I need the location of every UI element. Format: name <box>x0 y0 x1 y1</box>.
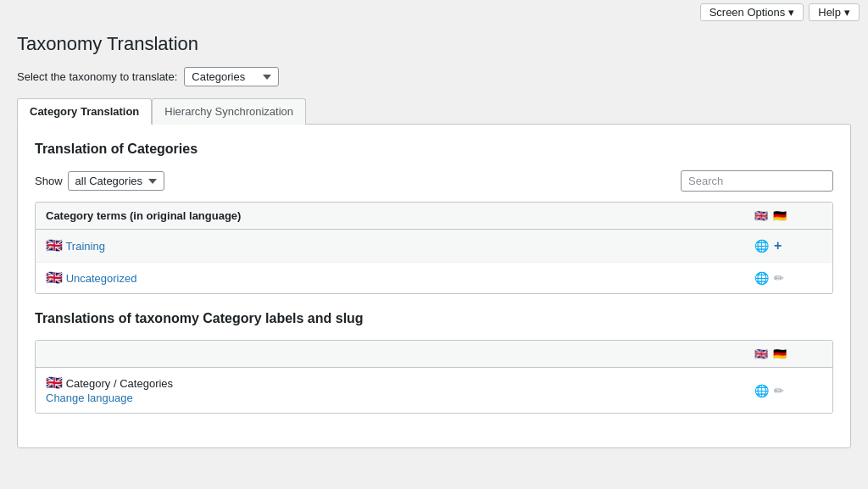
tab-category-translation-label: Category Translation <box>30 105 139 118</box>
col-actions-category-label: 🌐 ✏ <box>754 384 822 397</box>
show-label: Show <box>35 175 63 187</box>
help-chevron: ▾ <box>844 6 850 19</box>
tab-hierarchy-sync[interactable]: Hierarchy Synchronization <box>152 98 306 125</box>
show-row: Show all Categories 10 25 50 <box>35 171 164 191</box>
section1-title: Translation of Categories <box>35 142 833 157</box>
col-term-category-label: 🇬🇧 Category / Categories Change language <box>46 376 754 404</box>
section2-title: Translations of taxonomy Category labels… <box>35 311 833 326</box>
section1: Translation of Categories Show all Categ… <box>35 142 833 294</box>
taxonomy-select-label: Select the taxonomy to translate: <box>17 70 177 83</box>
link-training[interactable]: Training <box>65 240 104 253</box>
screen-options-button[interactable]: Screen Options ▾ <box>700 3 804 21</box>
page-content: Taxonomy Translation Select the taxonomy… <box>0 25 868 482</box>
screen-options-chevron: ▾ <box>788 6 794 19</box>
tab-category-translation[interactable]: Category Translation <box>17 98 152 125</box>
col-header-flags: 🇬🇧 🇩🇪 <box>754 209 822 222</box>
help-button[interactable]: Help ▾ <box>809 3 860 21</box>
page-title: Taxonomy Translation <box>17 33 851 55</box>
globe-icon-training: 🌐 <box>754 239 769 253</box>
taxonomy-select[interactable]: Categories Tags Post Formats <box>184 67 279 86</box>
tab-hierarchy-sync-label: Hierarchy Synchronization <box>164 105 293 118</box>
col-actions-training: 🌐 + <box>754 238 822 253</box>
labels-header-flags: 🇬🇧 🇩🇪 <box>754 347 822 360</box>
flag-uncategorized: 🇬🇧 <box>46 270 63 285</box>
labels-flag-de: 🇩🇪 <box>773 347 787 360</box>
top-bar: Screen Options ▾ Help ▾ <box>0 0 868 25</box>
table-row: 🇬🇧 Uncategorized 🌐 ✏ <box>36 263 832 293</box>
col-term-training: 🇬🇧 Training <box>46 239 754 253</box>
plus-icon-training[interactable]: + <box>774 238 782 253</box>
flag-training: 🇬🇧 <box>46 238 63 253</box>
edit-icon-category-label[interactable]: ✏ <box>774 384 784 397</box>
labels-table: 🇬🇧 🇩🇪 🇬🇧 Category / Categories Change la… <box>35 340 833 414</box>
col-term-uncategorized: 🇬🇧 Uncategorized <box>46 271 754 285</box>
change-language-link[interactable]: Change language <box>46 392 754 404</box>
globe-icon-uncategorized: 🌐 <box>754 271 769 285</box>
screen-options-label: Screen Options <box>709 6 786 19</box>
labels-flag-uk: 🇬🇧 <box>754 347 768 360</box>
link-uncategorized[interactable]: Uncategorized <box>66 272 137 285</box>
col-header-term: Category terms (in original language) <box>46 209 754 222</box>
table-controls: Show all Categories 10 25 50 <box>35 170 833 192</box>
tabs-container: Category Translation Hierarchy Synchroni… <box>17 98 851 125</box>
show-select[interactable]: all Categories 10 25 50 <box>68 171 164 191</box>
table-row: 🇬🇧 Category / Categories Change language… <box>36 368 832 413</box>
col-actions-uncategorized: 🌐 ✏ <box>754 271 822 285</box>
main-panel: Translation of Categories Show all Categ… <box>17 124 851 448</box>
table-row: 🇬🇧 Training 🌐 + <box>36 230 832 263</box>
categories-table-header: Category terms (in original language) 🇬🇧… <box>36 203 832 230</box>
globe-icon-category-label: 🌐 <box>754 384 769 397</box>
help-label: Help <box>818 6 841 19</box>
category-label-text: Category / Categories <box>66 377 173 390</box>
labels-table-header: 🇬🇧 🇩🇪 <box>36 341 832 368</box>
flag-uk-header: 🇬🇧 <box>754 209 768 222</box>
search-input[interactable] <box>681 170 833 192</box>
categories-table: Category terms (in original language) 🇬🇧… <box>35 202 833 294</box>
section2: Translations of taxonomy Category labels… <box>35 311 833 414</box>
flag-de-header: 🇩🇪 <box>773 209 787 222</box>
flag-category-label: 🇬🇧 <box>46 375 63 390</box>
taxonomy-select-row: Select the taxonomy to translate: Catego… <box>17 67 851 86</box>
edit-icon-uncategorized[interactable]: ✏ <box>774 271 784 285</box>
